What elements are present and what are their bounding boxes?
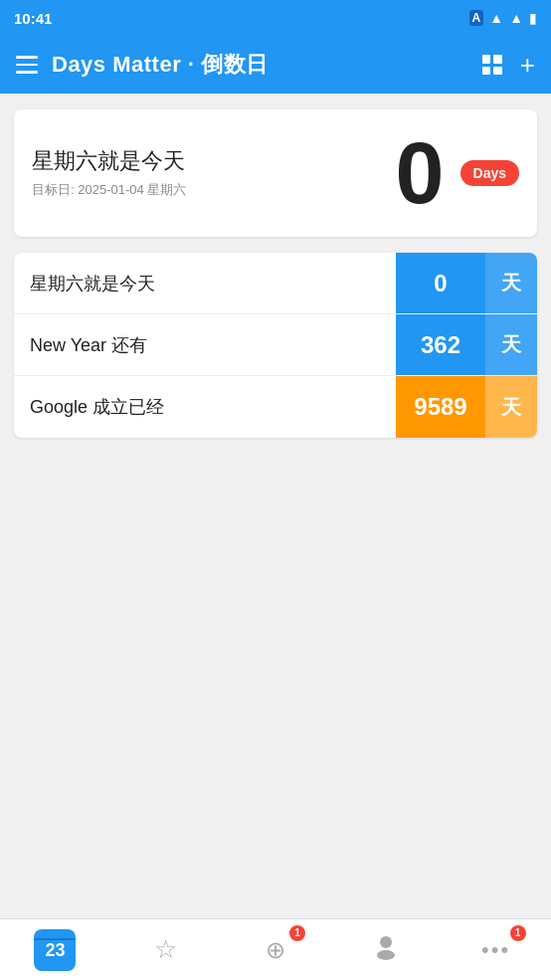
cal-date: 23 xyxy=(45,940,65,962)
list-item-label: New Year 还有 xyxy=(14,314,396,375)
featured-title: 星期六就是今天 xyxy=(32,147,380,176)
battery-icon: ▮ xyxy=(529,10,537,26)
featured-count: 0 xyxy=(396,129,445,217)
menu-button[interactable] xyxy=(16,56,38,74)
featured-date: 目标日: 2025-01-04 星期六 xyxy=(32,181,380,199)
status-a-icon: A xyxy=(469,10,484,26)
nav-right: + xyxy=(482,52,535,78)
calendar-icon: 23 xyxy=(34,929,76,971)
more-badge: 1 xyxy=(510,925,526,941)
status-time: 10:41 xyxy=(14,10,52,27)
star-icon: ☆ xyxy=(154,934,177,965)
bottom-nav: 23 ☆ ⊕ 1 ••• 1 xyxy=(0,918,551,980)
main-content: 星期六就是今天 目标日: 2025-01-04 星期六 0 Days 星期六就是… xyxy=(0,94,551,918)
more-icon: ••• xyxy=(481,937,510,963)
bottom-nav-star[interactable]: ☆ xyxy=(135,925,195,975)
list-item-label: Google 成立已经 xyxy=(14,376,396,438)
person-icon xyxy=(372,932,400,967)
list-item-count: 0 xyxy=(396,253,485,313)
add-button[interactable]: + xyxy=(520,52,535,78)
list-item[interactable]: Google 成立已经 9589 天 xyxy=(14,376,537,438)
days-badge: Days xyxy=(460,160,519,186)
list-item-count: 9589 xyxy=(396,376,485,438)
status-icons: A ▲ ▲ ▮ xyxy=(469,10,537,26)
bottom-nav-calendar[interactable]: 23 xyxy=(25,925,85,975)
list-item-label: 星期六就是今天 xyxy=(14,253,396,313)
list-item-unit: 天 xyxy=(485,376,537,438)
list-item[interactable]: 星期六就是今天 0 天 xyxy=(14,253,537,314)
bottom-nav-more[interactable]: ••• 1 xyxy=(466,925,526,975)
bottom-nav-person[interactable] xyxy=(356,925,416,975)
bottom-nav-planet[interactable]: ⊕ 1 xyxy=(246,925,305,975)
list-section: 星期六就是今天 0 天 New Year 还有 362 天 Google 成立已… xyxy=(14,253,537,438)
svg-point-0 xyxy=(380,936,392,948)
nav-title: Days Matter · 倒数日 xyxy=(52,50,269,80)
wifi-icon: ▲ xyxy=(489,10,503,26)
featured-card[interactable]: 星期六就是今天 目标日: 2025-01-04 星期六 0 Days xyxy=(14,109,537,237)
list-item-unit: 天 xyxy=(485,253,537,313)
nav-left: Days Matter · 倒数日 xyxy=(16,50,269,80)
list-item[interactable]: New Year 还有 362 天 xyxy=(14,314,537,376)
featured-info: 星期六就是今天 目标日: 2025-01-04 星期六 xyxy=(32,147,380,199)
grid-view-button[interactable] xyxy=(482,55,502,75)
planet-icon: ⊕ xyxy=(266,936,285,964)
signal-icon: ▲ xyxy=(509,10,523,26)
list-item-count: 362 xyxy=(396,314,485,375)
status-bar: 10:41 A ▲ ▲ ▮ xyxy=(0,0,551,36)
list-item-unit: 天 xyxy=(485,314,537,375)
svg-point-1 xyxy=(377,950,395,960)
planet-badge: 1 xyxy=(289,925,305,941)
nav-bar: Days Matter · 倒数日 + xyxy=(0,36,551,94)
